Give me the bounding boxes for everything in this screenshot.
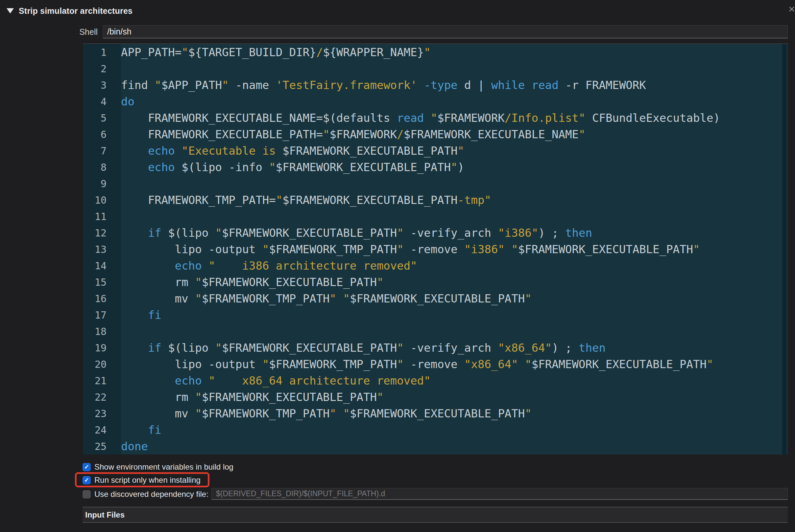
line-number: 4 <box>83 96 121 108</box>
code-text: FRAMEWORK_TMP_PATH="$FRAMEWORK_EXECUTABL… <box>121 193 491 207</box>
code-line: 14 echo " i386 architecture removed" <box>83 258 788 274</box>
code-text: lipo -output "$FRAMEWORK_TMP_PATH" -remo… <box>121 243 700 256</box>
shell-input[interactable]: /bin/sh <box>103 25 788 38</box>
line-number: 17 <box>83 309 121 321</box>
code-line: 15 rm "$FRAMEWORK_EXECUTABLE_PATH" <box>83 274 788 290</box>
code-line: 1APP_PATH="${TARGET_BUILD_DIR}/${WRAPPER… <box>83 44 788 60</box>
code-text: rm "$FRAMEWORK_EXECUTABLE_PATH" <box>121 391 383 404</box>
code-text: APP_PATH="${TARGET_BUILD_DIR}/${WRAPPER_… <box>121 46 431 59</box>
code-line: 2 <box>83 60 788 77</box>
script-editor[interactable]: 1APP_PATH="${TARGET_BUILD_DIR}/${WRAPPER… <box>83 43 788 455</box>
line-number: 18 <box>83 326 121 337</box>
line-number: 13 <box>83 244 121 255</box>
code-line: 7 echo "Executable is $FRAMEWORK_EXECUTA… <box>83 142 788 159</box>
code-lines: 1APP_PATH="${TARGET_BUILD_DIR}/${WRAPPER… <box>83 44 788 455</box>
option-run-only-when-installing[interactable]: ✓ Run script only when installing <box>83 476 201 485</box>
code-text: done <box>121 440 148 453</box>
code-line: 11 <box>83 208 788 225</box>
code-text: echo " i386 architecture removed" <box>121 259 417 272</box>
code-text: echo " x86_64 architecture removed" <box>121 374 431 387</box>
line-number: 24 <box>83 424 121 436</box>
line-number: 19 <box>83 342 121 354</box>
checkbox-use-dependency-file[interactable]: ✓ <box>83 490 91 498</box>
code-line: 6 FRAMEWORK_EXECUTABLE_PATH="$FRAMEWORK/… <box>83 126 788 142</box>
code-line: 23 mv "$FRAMEWORK_TMP_PATH" "$FRAMEWORK_… <box>83 405 788 422</box>
code-line: 21 echo " x86_64 architecture removed" <box>83 373 788 389</box>
line-number: 5 <box>83 112 121 124</box>
code-line: 5 FRAMEWORK_EXECUTABLE_NAME=$(defaults r… <box>83 110 788 126</box>
code-line: 25done <box>83 438 788 455</box>
code-line: 18 <box>83 323 788 340</box>
option-use-dependency-file[interactable]: ✓ Use discovered dependency file: <box>83 490 209 499</box>
code-text: fi <box>121 423 161 436</box>
line-number: 21 <box>83 375 121 386</box>
shell-label: Shell <box>46 25 98 38</box>
option-label-show-env-vars: Show environment variables in build log <box>94 462 233 472</box>
dependency-file-input[interactable]: $(DERIVED_FILES_DIR)/$(INPUT_FILE_PATH).… <box>212 488 788 500</box>
check-icon: ✓ <box>84 477 89 483</box>
code-line: 22 rm "$FRAMEWORK_EXECUTABLE_PATH" <box>83 389 788 405</box>
line-number: 2 <box>83 63 121 75</box>
check-icon: ✓ <box>84 464 89 470</box>
code-text: FRAMEWORK_EXECUTABLE_PATH="$FRAMEWORK/$F… <box>121 128 585 141</box>
line-number: 8 <box>83 162 121 173</box>
line-number: 22 <box>83 392 121 403</box>
code-line: 16 mv "$FRAMEWORK_TMP_PATH" "$FRAMEWORK_… <box>83 290 788 307</box>
disclosure-triangle-icon[interactable] <box>6 8 14 14</box>
code-text: rm "$FRAMEWORK_EXECUTABLE_PATH" <box>121 276 383 289</box>
checkbox-run-only-when-installing[interactable]: ✓ <box>83 476 91 484</box>
code-text: fi <box>121 308 161 322</box>
code-line: 4do <box>83 93 788 110</box>
code-line: 19 if $(lipo "$FRAMEWORK_EXECUTABLE_PATH… <box>83 340 788 356</box>
line-number: 11 <box>83 211 121 222</box>
code-line: 9 <box>83 175 788 192</box>
line-number: 15 <box>83 277 121 288</box>
line-number: 20 <box>83 359 121 370</box>
code-line: 10 FRAMEWORK_TMP_PATH="$FRAMEWORK_EXECUT… <box>83 192 788 208</box>
line-number: 16 <box>83 293 121 304</box>
close-icon[interactable]: × <box>789 3 795 15</box>
line-number: 7 <box>83 145 121 157</box>
line-number: 25 <box>83 441 121 452</box>
code-text: FRAMEWORK_EXECUTABLE_NAME=$(defaults rea… <box>121 111 720 125</box>
input-files-section-header[interactable]: Input Files <box>83 507 788 523</box>
code-line: 20 lipo -output "$FRAMEWORK_TMP_PATH" -r… <box>83 356 788 373</box>
code-line: 24 fi <box>83 422 788 438</box>
build-phase-title: Strip simulator architectures <box>19 6 132 16</box>
option-label-use-dependency-file: Use discovered dependency file: <box>94 490 209 499</box>
code-text: find "$APP_PATH" -name 'TestFairy.framew… <box>121 78 646 92</box>
code-text: mv "$FRAMEWORK_TMP_PATH" "$FRAMEWORK_EXE… <box>121 407 532 420</box>
code-line: 13 lipo -output "$FRAMEWORK_TMP_PATH" -r… <box>83 241 788 258</box>
code-text: lipo -output "$FRAMEWORK_TMP_PATH" -remo… <box>121 358 713 371</box>
code-line: 8 echo $(lipo -info "$FRAMEWORK_EXECUTAB… <box>83 159 788 175</box>
line-number: 1 <box>83 46 121 58</box>
line-number: 9 <box>83 178 121 189</box>
option-show-env-vars[interactable]: ✓ Show environment variables in build lo… <box>83 462 233 472</box>
code-text: do <box>121 95 134 108</box>
line-number: 14 <box>83 260 121 271</box>
code-line: 12 if $(lipo "$FRAMEWORK_EXECUTABLE_PATH… <box>83 225 788 241</box>
input-files-title: Input Files <box>83 510 125 519</box>
option-label-run-only-when-installing: Run script only when installing <box>94 476 201 485</box>
line-number: 3 <box>83 79 121 91</box>
line-number: 12 <box>83 227 121 239</box>
code-text: echo "Executable is $FRAMEWORK_EXECUTABL… <box>121 144 464 157</box>
code-text: echo $(lipo -info "$FRAMEWORK_EXECUTABLE… <box>121 160 464 174</box>
line-number: 10 <box>83 194 121 206</box>
line-number: 23 <box>83 408 121 419</box>
code-text: if $(lipo "$FRAMEWORK_EXECUTABLE_PATH" -… <box>121 226 592 240</box>
code-line: 3find "$APP_PATH" -name 'TestFairy.frame… <box>83 77 788 93</box>
line-number: 6 <box>83 129 121 140</box>
checkbox-show-env-vars[interactable]: ✓ <box>83 463 91 471</box>
code-text: if $(lipo "$FRAMEWORK_EXECUTABLE_PATH" -… <box>121 341 606 354</box>
code-text: mv "$FRAMEWORK_TMP_PATH" "$FRAMEWORK_EXE… <box>121 292 532 305</box>
code-line: 17 fi <box>83 307 788 323</box>
